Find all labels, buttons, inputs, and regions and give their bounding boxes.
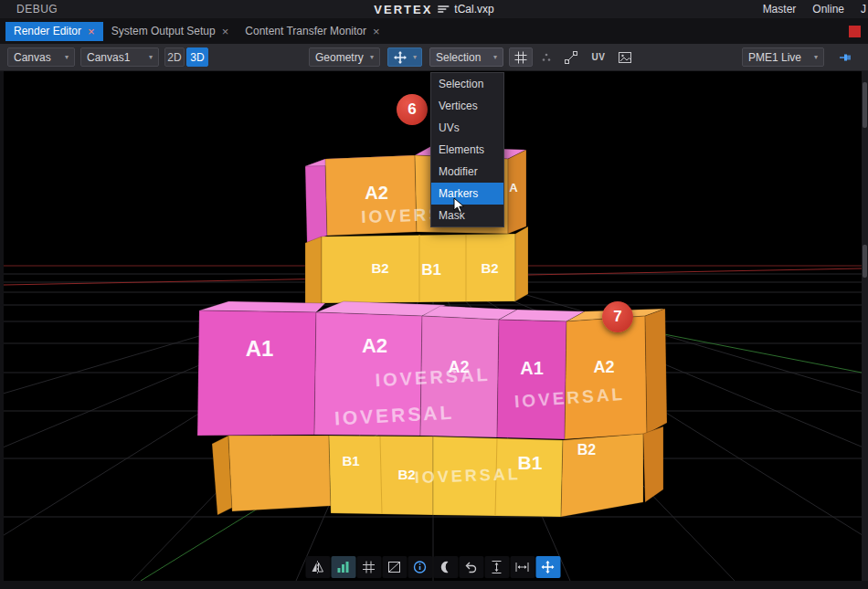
viewport-scrollbar[interactable] bbox=[862, 71, 868, 581]
grid-toggle-button[interactable] bbox=[509, 47, 533, 67]
undo-button[interactable] bbox=[459, 556, 483, 578]
texture-view-button[interactable] bbox=[613, 47, 637, 67]
pin-icon bbox=[838, 50, 852, 65]
tab-render-editor[interactable]: Render Editor × bbox=[5, 22, 103, 41]
app-window: DEBUG VERTEX tCal.vxp Master Online J Re… bbox=[0, 0, 868, 589]
record-indicator[interactable] bbox=[849, 26, 861, 37]
vertex-logo-icon bbox=[437, 5, 450, 14]
annotation-badge-7: 7 bbox=[602, 301, 633, 332]
falloff-button[interactable] bbox=[433, 556, 458, 578]
fit-vertical-button[interactable] bbox=[484, 556, 509, 578]
menu-item-elements[interactable]: Elements bbox=[431, 139, 503, 161]
grid-icon bbox=[362, 560, 376, 574]
project-file-name: tCal.vxp bbox=[454, 3, 493, 16]
window-title: VERTEX tCal.vxp bbox=[374, 0, 493, 18]
svg-text:IOVERSAL: IOVERSAL bbox=[414, 465, 521, 487]
move-icon bbox=[541, 560, 556, 574]
menu-item-uvs[interactable]: UVs bbox=[431, 117, 503, 139]
crescent-icon bbox=[439, 560, 453, 574]
snap-points-button[interactable] bbox=[536, 47, 556, 67]
svg-text:B2: B2 bbox=[371, 260, 388, 276]
chevron-down-icon: ▾ bbox=[413, 53, 417, 61]
uv-mode-button[interactable]: UV bbox=[587, 47, 610, 67]
image-frame-icon bbox=[618, 50, 632, 65]
debug-label: DEBUG bbox=[16, 3, 58, 16]
chevron-down-icon: ▾ bbox=[814, 53, 818, 61]
menu-item-vertices[interactable]: Vertices bbox=[431, 95, 503, 117]
svg-text:A2: A2 bbox=[365, 183, 388, 203]
online-status[interactable]: Online bbox=[812, 3, 844, 16]
user-menu[interactable]: J bbox=[861, 3, 866, 16]
svg-text:A2: A2 bbox=[362, 334, 387, 357]
chevron-down-icon: ▾ bbox=[493, 53, 497, 61]
levels-button[interactable] bbox=[331, 556, 355, 578]
svg-text:B2: B2 bbox=[577, 442, 597, 458]
canvas-name-select[interactable]: Canvas1 ▾ bbox=[80, 47, 159, 67]
move-tool-button[interactable]: ▾ bbox=[387, 47, 422, 67]
app-name: VERTEX bbox=[374, 3, 432, 16]
move-tool-button[interactable] bbox=[535, 556, 560, 578]
fit-vertical-icon bbox=[490, 560, 504, 574]
mouse-cursor-icon bbox=[453, 197, 466, 214]
tab-content-transfer-monitor[interactable]: Content Transfer Monitor × bbox=[237, 22, 387, 41]
tab-label: Content Transfer Monitor bbox=[245, 25, 366, 37]
menu-item-modifier[interactable]: Modifier bbox=[431, 161, 503, 183]
selection-mode-select[interactable]: Selection ▾ bbox=[429, 47, 503, 67]
titlebar-right: Master Online J bbox=[763, 0, 866, 18]
tab-bar: Render Editor × System Output Setup × Co… bbox=[0, 18, 868, 44]
scrollbar-thumb[interactable] bbox=[863, 82, 867, 128]
menu-item-markers[interactable]: Markers bbox=[431, 183, 503, 205]
svg-text:B2: B2 bbox=[397, 467, 415, 482]
geometry-select[interactable]: Geometry ▾ bbox=[309, 47, 380, 67]
svg-text:A2: A2 bbox=[593, 358, 614, 376]
canvas-select[interactable]: Canvas ▾ bbox=[7, 47, 75, 67]
chevron-down-icon: ▾ bbox=[149, 53, 153, 61]
menu-item-mask[interactable]: Mask bbox=[431, 205, 503, 226]
svg-text:B1: B1 bbox=[342, 453, 359, 468]
titlebar: DEBUG VERTEX tCal.vxp Master Online J bbox=[0, 0, 868, 18]
annotation-badge-6: 6 bbox=[397, 94, 428, 125]
chevron-down-icon: ▾ bbox=[65, 53, 69, 61]
pin-panel-button[interactable] bbox=[833, 47, 857, 67]
close-icon[interactable]: × bbox=[88, 26, 95, 37]
svg-text:A1: A1 bbox=[520, 358, 544, 378]
edit-vertices-button[interactable] bbox=[559, 47, 583, 67]
tab-label: System Output Setup bbox=[111, 25, 216, 37]
bottom-strip bbox=[0, 581, 868, 589]
mode-3d-button[interactable]: 3D bbox=[186, 47, 208, 67]
scrollbar-thumb[interactable] bbox=[863, 245, 867, 278]
texture-off-button[interactable] bbox=[382, 556, 407, 578]
svg-text:A1: A1 bbox=[246, 336, 274, 361]
output-select[interactable]: PME1 Live ▾ bbox=[742, 47, 824, 67]
uv-icon: UV bbox=[592, 52, 606, 62]
info-icon bbox=[413, 560, 428, 574]
chevron-down-icon: ▾ bbox=[370, 53, 374, 61]
close-icon[interactable]: × bbox=[222, 26, 229, 37]
move-icon bbox=[393, 50, 408, 65]
close-icon[interactable]: × bbox=[373, 26, 380, 37]
mode-2d-button[interactable]: 2D bbox=[164, 47, 185, 67]
fit-horizontal-button[interactable] bbox=[510, 556, 535, 578]
svg-text:B1: B1 bbox=[518, 452, 543, 473]
levels-icon bbox=[336, 560, 351, 574]
main-toolbar: Canvas ▾ Canvas1 ▾ 2D 3D Geometry ▾ ▾ Se… bbox=[0, 44, 868, 71]
viewport-toolbar bbox=[305, 556, 560, 578]
svg-text:A: A bbox=[509, 181, 518, 195]
selection-dropdown-menu: Selection Vertices UVs Elements Modifier… bbox=[430, 72, 504, 227]
tab-system-output-setup[interactable]: System Output Setup × bbox=[103, 22, 238, 41]
grid-icon bbox=[513, 50, 528, 65]
vertex-edge-icon bbox=[564, 50, 578, 65]
dots-icon bbox=[539, 50, 554, 65]
info-button[interactable] bbox=[408, 556, 432, 578]
tab-label: Render Editor bbox=[14, 25, 81, 37]
grid-toggle-button[interactable] bbox=[356, 556, 381, 578]
master-menu[interactable]: Master bbox=[763, 3, 797, 16]
undo-arrow-icon bbox=[464, 560, 479, 574]
mirror-icon bbox=[311, 560, 325, 574]
fit-horizontal-icon bbox=[515, 560, 530, 574]
mirror-button[interactable] bbox=[305, 556, 330, 578]
svg-text:B2: B2 bbox=[481, 260, 498, 276]
no-texture-icon bbox=[387, 560, 402, 574]
menu-item-selection[interactable]: Selection bbox=[431, 73, 503, 95]
svg-text:B1: B1 bbox=[421, 261, 441, 279]
